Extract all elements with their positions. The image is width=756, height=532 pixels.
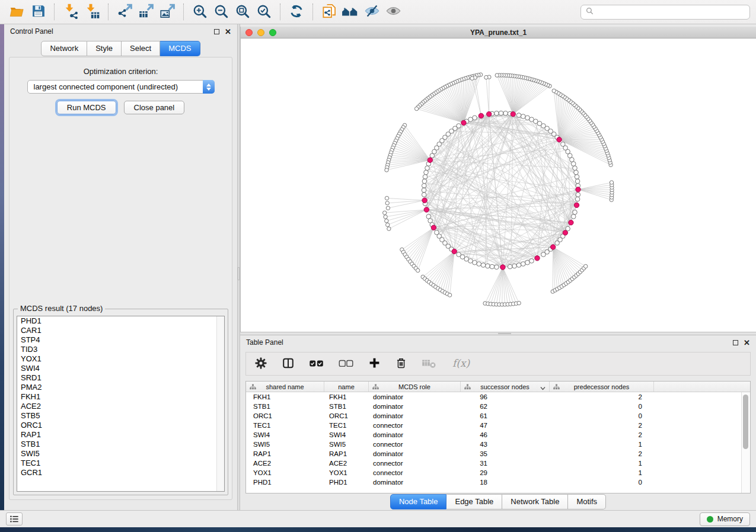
tab-select[interactable]: Select xyxy=(122,41,160,56)
show-all-button[interactable] xyxy=(382,2,404,22)
optimization-criterion-label: Optimization criterion: xyxy=(9,67,232,76)
column-type-icon xyxy=(464,384,471,391)
first-neighbors-button[interactable] xyxy=(340,2,361,22)
cell-successor_nodes: 43 xyxy=(461,441,550,448)
result-list-item[interactable]: SWI4 xyxy=(17,364,224,373)
zoom-in-button[interactable] xyxy=(189,2,210,22)
cell-mcds_role: connector xyxy=(369,441,461,448)
tab-edge-table[interactable]: Edge Table xyxy=(446,494,502,509)
table-scrollbar[interactable] xyxy=(741,392,750,493)
float-panel-icon[interactable] xyxy=(733,340,738,345)
import-table-button[interactable] xyxy=(81,2,103,22)
zoom-out-button[interactable] xyxy=(210,2,232,22)
table-row[interactable]: TEC1TEC1connector472 xyxy=(246,421,741,430)
first-neighbors-icon xyxy=(342,4,359,21)
select-all-checkbox-button[interactable] xyxy=(309,358,324,370)
mcds-result-list[interactable]: PHD1CAR1STP4TID3YOX1SWI4SRD1PMA2FKH1ACE2… xyxy=(17,316,225,492)
table-row[interactable]: SWI5SWI5connector431 xyxy=(246,440,741,449)
splitter-grip[interactable] xyxy=(238,267,240,280)
hide-selected-button[interactable] xyxy=(361,2,382,22)
column-header-name[interactable]: name xyxy=(324,382,369,392)
close-panel-icon[interactable]: ✕ xyxy=(744,340,750,345)
import-network-button[interactable] xyxy=(60,2,81,22)
export-image-button[interactable] xyxy=(157,2,178,22)
table-row[interactable]: SWI4SWI4dominator462 xyxy=(246,430,741,440)
tab-mcds[interactable]: MCDS xyxy=(160,41,200,56)
result-list-item[interactable]: RAP1 xyxy=(17,430,224,440)
column-header-shared-name[interactable]: shared name xyxy=(246,382,324,392)
cell-shared_name: ACE2 xyxy=(246,460,324,467)
cell-successor_nodes: 62 xyxy=(461,403,550,410)
table-row[interactable]: ACE2ACE2connector311 xyxy=(246,459,741,468)
tab-network[interactable]: Network xyxy=(41,41,87,56)
network-canvas[interactable] xyxy=(241,39,756,332)
table-row[interactable]: YOX1YOX1connector291 xyxy=(246,468,741,477)
cell-predecessor_nodes: 0 xyxy=(550,412,654,419)
zoom-selected-button[interactable] xyxy=(253,2,275,22)
duplicate-network-button[interactable] xyxy=(318,2,340,22)
mcds-result-scrollbar[interactable] xyxy=(216,316,224,491)
result-list-item[interactable]: STB5 xyxy=(17,411,224,421)
tab-motifs[interactable]: Motifs xyxy=(568,494,606,509)
result-list-item[interactable]: STP4 xyxy=(17,335,224,345)
result-list-item[interactable]: ORC1 xyxy=(17,421,224,430)
result-list-item[interactable]: FKH1 xyxy=(17,392,224,402)
splitter-grip[interactable] xyxy=(498,333,511,334)
open-file-button[interactable] xyxy=(6,2,27,22)
result-list-item[interactable]: PHD1 xyxy=(17,316,224,326)
column-header-successor-nodes[interactable]: successor nodes xyxy=(461,382,550,392)
sort-chevron-icon[interactable] xyxy=(540,384,546,392)
network-graph xyxy=(241,39,756,332)
table-row[interactable]: STB1STB1dominator620 xyxy=(246,402,741,411)
refresh-view-button[interactable] xyxy=(286,2,307,22)
toolbar-separator xyxy=(183,4,184,20)
result-list-item[interactable]: SWI5 xyxy=(17,449,224,459)
delete-column-button[interactable] xyxy=(395,357,407,371)
table-row[interactable]: FKH1FKH1dominator962 xyxy=(246,392,741,402)
add-column-button[interactable] xyxy=(368,357,381,371)
table-row[interactable]: RAP1RAP1dominator352 xyxy=(246,449,741,459)
search-box[interactable] xyxy=(580,5,750,20)
result-list-item[interactable]: TEC1 xyxy=(17,459,224,468)
vertical-splitter[interactable] xyxy=(237,24,240,510)
column-header-MCDS-role[interactable]: MCDS role xyxy=(369,382,461,392)
table-panel: Table Panel ✕ f(x) shared namenameMCDS r… xyxy=(240,335,756,510)
result-list-item[interactable]: SRD1 xyxy=(17,373,224,383)
run-mcds-button[interactable]: Run MCDS xyxy=(57,101,116,114)
table-row[interactable]: ORC1ORC1dominator610 xyxy=(246,411,741,421)
export-network-button[interactable] xyxy=(114,2,135,22)
result-list-item[interactable]: PMA2 xyxy=(17,383,224,392)
result-list-item[interactable]: TID3 xyxy=(17,345,224,354)
search-input[interactable] xyxy=(597,8,745,16)
close-panel-button[interactable]: Close panel xyxy=(124,101,185,114)
column-visibility-button[interactable] xyxy=(282,357,295,371)
float-panel-icon[interactable] xyxy=(214,29,219,34)
column-type-icon xyxy=(250,384,256,391)
settings-button[interactable] xyxy=(254,357,267,371)
table-row[interactable]: PHD1PHD1dominator180 xyxy=(246,477,741,487)
task-history-button[interactable] xyxy=(6,512,23,525)
criterion-dropdown[interactable]: largest connected component (undirected) xyxy=(27,80,215,94)
scrollbar-thumb[interactable] xyxy=(743,395,748,449)
cell-successor_nodes: 47 xyxy=(461,422,550,429)
result-list-item[interactable]: GCR1 xyxy=(17,468,224,477)
memory-button[interactable]: Memory xyxy=(700,512,750,526)
result-list-item[interactable]: CAR1 xyxy=(17,326,224,335)
zoom-fit-button[interactable] xyxy=(232,2,253,22)
horizontal-splitter[interactable] xyxy=(240,332,756,335)
column-header-predecessor-nodes[interactable]: predecessor nodes xyxy=(550,382,654,392)
column-type-icon xyxy=(553,384,560,391)
list-icon xyxy=(9,515,19,523)
tab-network-table[interactable]: Network Table xyxy=(502,494,568,509)
export-table-button[interactable] xyxy=(135,2,157,22)
result-list-item[interactable]: YOX1 xyxy=(17,354,224,364)
tab-style[interactable]: Style xyxy=(87,41,122,56)
result-list-item[interactable]: ACE2 xyxy=(17,402,224,411)
tab-node-table[interactable]: Node Table xyxy=(390,494,447,509)
cell-name: FKH1 xyxy=(324,393,369,400)
deselect-all-checkbox-button[interactable] xyxy=(339,358,354,370)
result-list-item[interactable]: STB1 xyxy=(17,440,224,449)
close-panel-icon[interactable]: ✕ xyxy=(225,29,231,34)
cell-mcds_role: dominator xyxy=(369,450,461,457)
save-session-button[interactable] xyxy=(27,2,49,22)
